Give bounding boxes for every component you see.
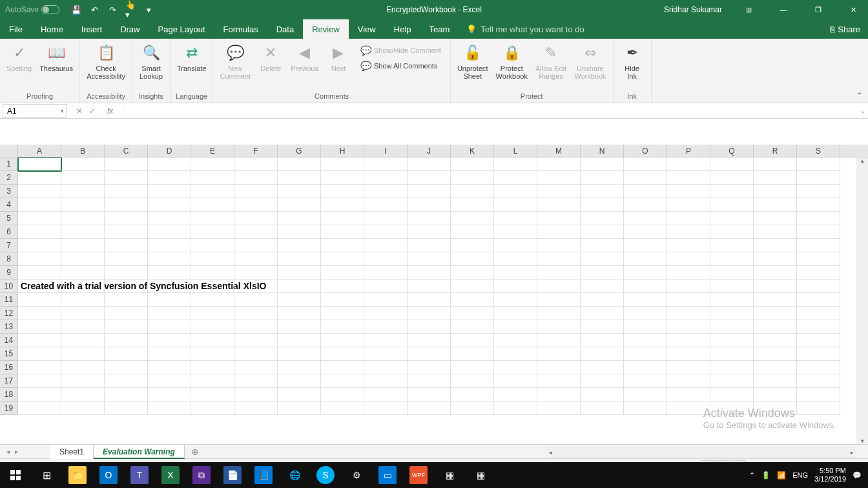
smart-lookup-button[interactable]: 🔍 Smart Lookup: [135, 40, 167, 83]
cell[interactable]: [278, 402, 321, 415]
row-header[interactable]: 1: [0, 158, 18, 171]
cell[interactable]: [234, 374, 278, 388]
cell[interactable]: [234, 266, 278, 280]
cell[interactable]: [667, 266, 710, 280]
cell[interactable]: [278, 252, 321, 266]
cell[interactable]: [451, 266, 494, 280]
cell[interactable]: [797, 361, 840, 374]
cell[interactable]: [18, 402, 61, 415]
cell[interactable]: [754, 293, 797, 307]
cell[interactable]: [148, 374, 191, 388]
cell[interactable]: [408, 334, 451, 347]
row-header[interactable]: 13: [0, 320, 18, 334]
cell[interactable]: [667, 185, 710, 198]
cell[interactable]: [494, 185, 537, 198]
cell[interactable]: [710, 374, 754, 388]
taskbar-app-4[interactable]: ▭: [372, 462, 403, 488]
cell[interactable]: [710, 266, 754, 280]
cell[interactable]: [61, 280, 105, 293]
start-button[interactable]: [0, 462, 31, 488]
taskbar-app-2[interactable]: 📘: [248, 462, 279, 488]
cell[interactable]: [754, 212, 797, 225]
row-header[interactable]: 7: [0, 239, 18, 252]
cell[interactable]: [754, 252, 797, 266]
cell[interactable]: [18, 212, 61, 225]
cell[interactable]: [667, 198, 710, 212]
cell[interactable]: [754, 198, 797, 212]
cell[interactable]: [797, 252, 840, 266]
cell[interactable]: [494, 347, 537, 361]
cell[interactable]: [191, 361, 234, 374]
unprotect-sheet-button[interactable]: 🔓 Unprotect Sheet: [453, 40, 492, 83]
select-all-corner[interactable]: [0, 145, 18, 157]
cell[interactable]: [451, 293, 494, 307]
cell[interactable]: [105, 212, 148, 225]
cell[interactable]: [321, 320, 364, 334]
cell[interactable]: [61, 239, 105, 252]
cell[interactable]: [581, 307, 624, 320]
cell[interactable]: [494, 158, 537, 171]
cell[interactable]: [581, 185, 624, 198]
cell[interactable]: [105, 320, 148, 334]
tab-formulas[interactable]: Formulas: [214, 19, 267, 39]
cell[interactable]: [364, 293, 408, 307]
cell[interactable]: [61, 388, 105, 402]
cell[interactable]: [667, 293, 710, 307]
cell[interactable]: [451, 185, 494, 198]
tab-view[interactable]: View: [349, 19, 385, 39]
cell[interactable]: [408, 320, 451, 334]
cell[interactable]: [148, 212, 191, 225]
cell[interactable]: [797, 402, 840, 415]
cell[interactable]: [148, 225, 191, 239]
col-header[interactable]: I: [364, 145, 408, 157]
cell[interactable]: [537, 293, 581, 307]
cell[interactable]: [18, 374, 61, 388]
cell[interactable]: [797, 334, 840, 347]
cell[interactable]: [451, 307, 494, 320]
tray-language[interactable]: ENG: [792, 471, 808, 479]
cell[interactable]: [408, 266, 451, 280]
cell[interactable]: [321, 402, 364, 415]
cell[interactable]: [797, 225, 840, 239]
cell[interactable]: [321, 347, 364, 361]
cell[interactable]: [494, 388, 537, 402]
cell[interactable]: [191, 334, 234, 347]
delete-comment-button[interactable]: ✕ Delete: [254, 40, 287, 75]
cell[interactable]: [797, 347, 840, 361]
cell[interactable]: [364, 361, 408, 374]
cell[interactable]: [105, 198, 148, 212]
cell[interactable]: [321, 307, 364, 320]
cell[interactable]: [321, 225, 364, 239]
cell[interactable]: [754, 225, 797, 239]
cell[interactable]: [408, 280, 451, 293]
cell[interactable]: [18, 293, 61, 307]
taskbar-teams[interactable]: T: [124, 462, 155, 488]
cell[interactable]: [408, 252, 451, 266]
cell[interactable]: [408, 374, 451, 388]
cell[interactable]: [105, 334, 148, 347]
previous-comment-button[interactable]: ◀ Previous: [287, 40, 322, 75]
cell[interactable]: [624, 171, 667, 185]
cell[interactable]: [105, 347, 148, 361]
cell[interactable]: [408, 388, 451, 402]
cell[interactable]: [581, 320, 624, 334]
customize-qat-icon[interactable]: ▾: [143, 5, 154, 15]
cell[interactable]: [234, 225, 278, 239]
cell[interactable]: [364, 158, 408, 171]
cell[interactable]: [191, 266, 234, 280]
tab-file[interactable]: File: [0, 19, 32, 39]
cell[interactable]: [537, 225, 581, 239]
cell[interactable]: [278, 388, 321, 402]
taskbar-app-1[interactable]: 📄: [217, 462, 248, 488]
cell[interactable]: [234, 280, 278, 293]
cell[interactable]: [624, 266, 667, 280]
cell[interactable]: [321, 185, 364, 198]
cell[interactable]: [537, 158, 581, 171]
cell[interactable]: [278, 212, 321, 225]
cell[interactable]: [234, 158, 278, 171]
cell[interactable]: [234, 185, 278, 198]
cell[interactable]: [624, 239, 667, 252]
cell[interactable]: [278, 171, 321, 185]
cell[interactable]: [624, 347, 667, 361]
col-header[interactable]: H: [321, 145, 364, 157]
